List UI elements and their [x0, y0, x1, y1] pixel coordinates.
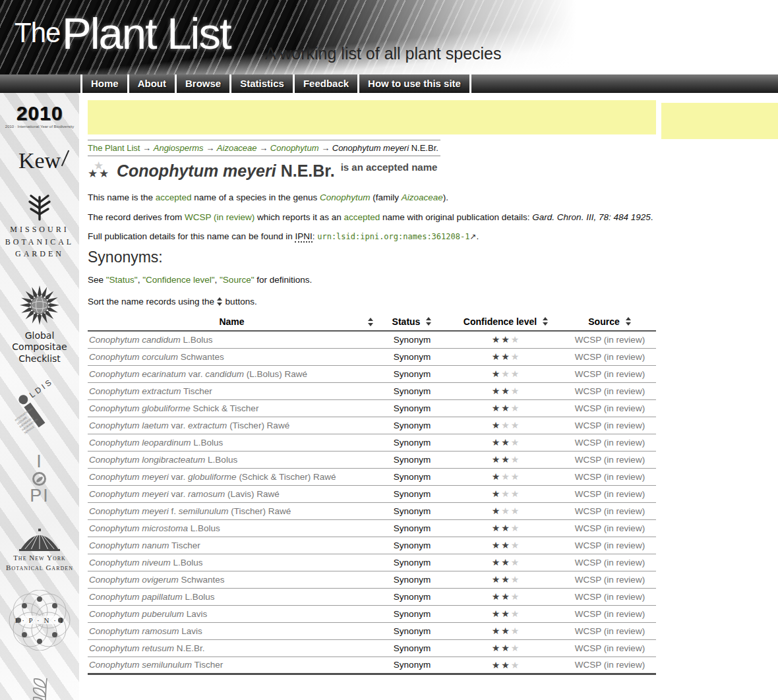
logo-ildis[interactable]: LDIS INTERNATIONAL LEGUME DATABASE & INF…: [11, 380, 68, 434]
text-link[interactable]: Aizoaceae: [402, 192, 443, 202]
nav-bar: HomeAboutBrowseStatisticsFeedbackHow to …: [0, 74, 778, 93]
nav-item-about[interactable]: About: [127, 74, 175, 93]
synonym-name-link[interactable]: Conophytum candidum L.Bolus: [89, 335, 213, 345]
source-link[interactable]: WCSP (in review): [575, 626, 645, 636]
sort-button[interactable]: [368, 318, 374, 326]
synonym-name-link[interactable]: Conophytum ovigerum Schwantes: [89, 575, 225, 585]
source-link[interactable]: WCSP (in review): [575, 609, 645, 619]
synonym-name-link[interactable]: Conophytum puberulum Lavis: [89, 609, 207, 619]
logo-global-compositae-checklist[interactable]: Global Compositae Checklist: [12, 284, 67, 365]
sort-button[interactable]: [426, 317, 432, 326]
table-row: Conophytum retusum N.E.Br.Synonym★★★WCSP…: [88, 639, 656, 656]
source-cell: WCSP (in review): [564, 537, 656, 554]
publication-paragraph: Full publication details for this name c…: [88, 231, 479, 241]
breadcrumb-link[interactable]: The Plant List: [88, 143, 140, 153]
logo-convention-biological-diversity[interactable]: Convention on Biological Diversity: [14, 677, 66, 700]
synonym-name-link[interactable]: Conophytum nanum Tischer: [89, 540, 200, 550]
synonym-name-link[interactable]: Conophytum retusum N.E.Br.: [89, 643, 205, 653]
text-link[interactable]: "Status": [106, 275, 138, 285]
confidence-cell: ★★★: [448, 519, 564, 537]
source-link[interactable]: WCSP (in review): [575, 455, 645, 465]
confidence-stars-icon: ★★★: [492, 386, 521, 396]
source-link[interactable]: WCSP (in review): [575, 540, 645, 550]
breadcrumb-separator: →: [257, 143, 270, 153]
synonym-name-link[interactable]: Conophytum leopardinum L.Bolus: [89, 438, 223, 448]
sunflower-globe-icon: [18, 284, 61, 326]
logo-iopi[interactable]: I PI: [30, 452, 49, 506]
breadcrumb-link[interactable]: Aizoaceae: [217, 143, 257, 153]
table-row: Conophytum ramosum LavisSynonym★★★WCSP (…: [88, 622, 656, 639]
source-link[interactable]: WCSP (in review): [575, 592, 645, 602]
source-link[interactable]: WCSP (in review): [575, 523, 645, 533]
logo-kew[interactable]: Kew: [18, 148, 61, 173]
nav-item-home[interactable]: Home: [80, 74, 127, 93]
text-link[interactable]: Conophytum: [320, 192, 371, 202]
synonym-name-link[interactable]: Conophytum ecarinatum var. candidum (L.B…: [89, 369, 307, 379]
ildis-text: LDIS: [28, 380, 55, 399]
source-link[interactable]: WCSP (in review): [575, 558, 645, 568]
synonym-name-link[interactable]: Conophytum papillatum L.Bolus: [89, 592, 215, 602]
status-cell: Synonym: [376, 365, 448, 382]
text-segment: See: [88, 275, 106, 285]
synonym-name-link[interactable]: Conophytum meyeri var. ramosum (Lavis) R…: [89, 489, 280, 499]
status-cell: Synonym: [376, 348, 448, 365]
logo-ipni[interactable]: I · P · N · I: [8, 590, 71, 651]
source-cell: WCSP (in review): [564, 399, 656, 417]
text-link[interactable]: accepted: [344, 212, 380, 222]
source-link[interactable]: WCSP (in review): [575, 369, 645, 379]
logo-2010-biodiversity[interactable]: 2010 2010 · International Year of Biodiv…: [5, 103, 74, 129]
status-cell: Synonym: [376, 434, 448, 451]
text-link[interactable]: accepted: [156, 192, 192, 202]
breadcrumb-link[interactable]: Conophytum: [270, 143, 319, 153]
source-link[interactable]: WCSP (in review): [575, 643, 645, 653]
synonym-name-link[interactable]: Conophytum meyeri var. globuliforme (Sch…: [89, 472, 336, 482]
text-link[interactable]: "Source": [220, 275, 254, 285]
source-link[interactable]: WCSP (in review): [575, 575, 645, 585]
synonym-name-link[interactable]: Conophytum meyeri f. semilunulum (Tische…: [89, 506, 291, 516]
status-cell: Synonym: [376, 331, 448, 348]
nav-item-browse[interactable]: Browse: [175, 74, 229, 93]
sort-arrows-icon: [543, 317, 549, 326]
synonym-name-link[interactable]: Conophytum niveum L.Bolus: [89, 558, 203, 568]
synonym-name-link[interactable]: Conophytum corculum Schwantes: [89, 352, 224, 362]
synonym-name-link[interactable]: Conophytum longibracteatum L.Bolus: [89, 455, 237, 465]
synonym-name-link[interactable]: Conophytum extractum Tischer: [89, 386, 212, 396]
nav-item-how-to-use-this-site[interactable]: How to use this site: [357, 74, 469, 93]
text-link[interactable]: "Confidence level": [142, 275, 214, 285]
sort-button[interactable]: [626, 317, 632, 326]
source-link[interactable]: WCSP (in review): [575, 438, 645, 448]
nav-item-statistics[interactable]: Statistics: [229, 74, 293, 93]
synonym-name-link[interactable]: Conophytum laetum var. extractum (Tische…: [89, 421, 289, 430]
iopi-letters: PI: [30, 486, 49, 506]
ipni-circles-icon: I · P · N · I: [8, 590, 71, 651]
nav-item-feedback[interactable]: Feedback: [293, 74, 357, 93]
site-logo[interactable]: The: [15, 17, 60, 49]
source-link[interactable]: WCSP (in review): [575, 489, 645, 499]
source-link[interactable]: WCSP (in review): [575, 403, 645, 413]
text-link[interactable]: IPNI: [295, 231, 312, 243]
synonym-name-link[interactable]: Conophytum microstoma L.Bolus: [89, 523, 220, 533]
synonym-name-link[interactable]: Conophytum ramosum Lavis: [89, 626, 202, 636]
source-link[interactable]: WCSP (in review): [575, 421, 645, 430]
text-link[interactable]: WCSP (in review): [185, 212, 254, 222]
source-link[interactable]: WCSP (in review): [575, 660, 645, 670]
logo-missouri-botanical-garden[interactable]: MISSOURI BOTANICAL GARDEN: [5, 193, 74, 260]
status-cell: Synonym: [376, 537, 448, 554]
source-link[interactable]: WCSP (in review): [575, 472, 645, 482]
breadcrumb-link[interactable]: Angiosperms: [154, 143, 204, 153]
table-row: Conophytum meyeri var. globuliforme (Sch…: [88, 468, 656, 485]
sort-button[interactable]: [543, 317, 549, 326]
site-logo-main[interactable]: Plant List: [62, 8, 231, 59]
status-cell: Synonym: [376, 451, 448, 468]
source-link[interactable]: WCSP (in review): [575, 335, 645, 345]
synonym-name-link[interactable]: Conophytum globuliforme Schick & Tischer: [89, 403, 258, 413]
source-link[interactable]: WCSP (in review): [575, 386, 645, 396]
status-cell: Synonym: [376, 519, 448, 537]
source-link[interactable]: WCSP (in review): [575, 506, 645, 516]
source-cell: WCSP (in review): [564, 382, 656, 399]
confidence-stars-icon: ★★★: [492, 403, 521, 413]
source-link[interactable]: WCSP (in review): [575, 352, 645, 362]
logo-new-york-botanical-garden[interactable]: The New York Botanical Garden: [6, 529, 73, 573]
text-link[interactable]: urn:lsid:ipni.org:names:361208-1: [317, 232, 469, 241]
synonym-name-link[interactable]: Conophytum semilunulum Tischer: [89, 660, 223, 670]
